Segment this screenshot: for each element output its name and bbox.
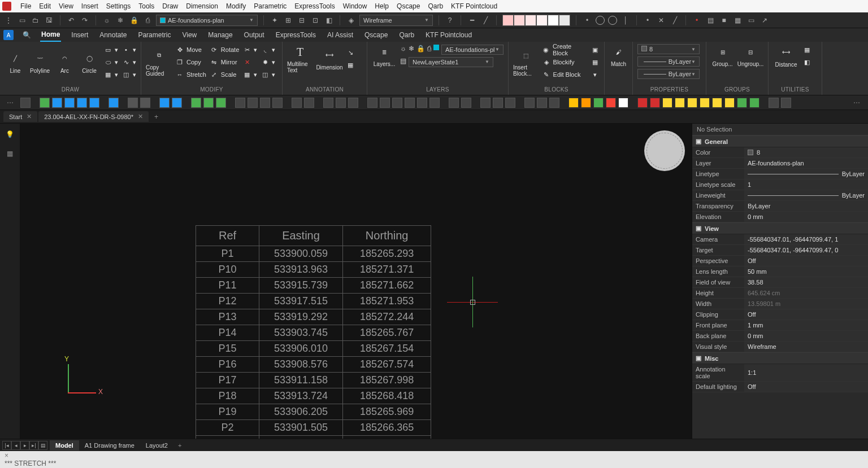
first-icon[interactable]: |◂: [2, 441, 11, 450]
layout-tab-model[interactable]: Model: [50, 440, 79, 450]
lock-icon[interactable]: 🔒: [416, 45, 425, 55]
region-button[interactable]: ◫▾: [121, 69, 136, 80]
tool-icon[interactable]: [449, 98, 459, 108]
property-value[interactable]: ByLayer: [744, 169, 868, 179]
property-row[interactable]: Visual styleWireframe: [692, 342, 868, 352]
bulb-icon[interactable]: 💡: [4, 128, 16, 141]
tool-icon[interactable]: [380, 98, 390, 108]
tool-icon[interactable]: [480, 98, 491, 108]
copy-button[interactable]: ❐Copy: [175, 56, 206, 68]
property-row[interactable]: Default lightingOff: [692, 382, 868, 392]
edit-block-button[interactable]: ✎Edit Block: [542, 69, 587, 80]
tool-icon[interactable]: [323, 98, 333, 108]
rotate-button[interactable]: ⟳Rotate: [210, 44, 239, 55]
property-value[interactable]: ByLayer: [744, 201, 868, 211]
app-icon[interactable]: A: [3, 30, 14, 40]
tool-icon[interactable]: [429, 98, 440, 108]
tool-icon[interactable]: [52, 98, 62, 108]
tool-icon[interactable]: [20, 98, 31, 108]
property-row[interactable]: Color8: [692, 147, 868, 158]
property-value[interactable]: 0 mm: [744, 331, 868, 341]
next-icon[interactable]: ▸: [20, 441, 29, 450]
circle-icon[interactable]: [608, 16, 617, 25]
linetype-dropdown[interactable]: ByLayer▼: [637, 69, 700, 79]
help-icon[interactable]: ?: [445, 15, 455, 25]
hatch-button[interactable]: ▦▾: [103, 69, 118, 80]
tool-icon[interactable]: [593, 98, 604, 108]
tool-icon[interactable]: [700, 98, 710, 108]
tool-icon[interactable]: ↗: [760, 15, 770, 25]
util-tool[interactable]: ▦: [802, 44, 811, 55]
tool-icon[interactable]: [64, 98, 75, 108]
save-icon[interactable]: 🖫: [44, 15, 54, 25]
tool-icon[interactable]: [675, 98, 685, 108]
point-icon[interactable]: •: [582, 15, 592, 25]
property-value[interactable]: 50 mm: [744, 266, 868, 277]
lock-icon[interactable]: 🔒: [129, 15, 139, 25]
property-value[interactable]: Off: [744, 382, 868, 392]
tool-icon[interactable]: [537, 98, 547, 108]
property-row[interactable]: Front plane1 mm: [692, 320, 868, 331]
tool-icon[interactable]: ◈: [346, 15, 356, 25]
tool-icon[interactable]: [687, 98, 697, 108]
mtext-button[interactable]: TMultiline Text: [287, 44, 313, 73]
property-row[interactable]: LayerAE-foundations-plan: [692, 158, 868, 169]
property-value[interactable]: 0 mm: [744, 212, 868, 222]
move-button[interactable]: ✥Move: [175, 44, 206, 55]
tool-icon[interactable]: [348, 98, 358, 108]
draw-circle-button[interactable]: ◯Circle: [79, 51, 100, 74]
property-value[interactable]: 38.58: [744, 277, 868, 287]
new-tab-button[interactable]: +: [150, 113, 163, 121]
file-tab[interactable]: 23.004-AEL-XX-FN-DR-S-0980* ✕: [38, 111, 149, 122]
file-tab[interactable]: Start ✕: [3, 111, 37, 122]
red-dot-icon[interactable]: •: [692, 15, 702, 25]
menu-item[interactable]: ExpressTools: [294, 2, 335, 10]
menu-item[interactable]: Settings: [106, 2, 131, 10]
menu-item[interactable]: Tools: [138, 2, 154, 10]
property-value[interactable]: -556840347.01, -96447099.47, 0: [744, 245, 868, 255]
distance-button[interactable]: ⟷Distance: [773, 45, 799, 68]
line-icon[interactable]: │: [620, 15, 631, 25]
ribbon-tab[interactable]: Annotate: [98, 29, 128, 41]
menu-item[interactable]: Parametric: [254, 2, 287, 10]
tool-icon[interactable]: [637, 98, 648, 108]
lineweight-dropdown[interactable]: ByLayer▼: [637, 56, 700, 67]
property-row[interactable]: Target-556840347.01, -96447099.47, 0: [692, 245, 868, 256]
tool-icon[interactable]: [77, 98, 87, 108]
table-button[interactable]: ▦: [346, 59, 355, 71]
menu-item[interactable]: Qarb: [428, 2, 443, 10]
ribbon-tab[interactable]: Output: [243, 29, 266, 41]
copy-guided-button[interactable]: ⧉Copy Guided: [146, 47, 172, 77]
tool-icon[interactable]: [292, 98, 302, 108]
ribbon-tab[interactable]: AI Assist: [326, 29, 354, 41]
menu-item[interactable]: View: [59, 2, 73, 10]
block-tool[interactable]: ▣: [591, 44, 600, 55]
tool-icon[interactable]: [417, 98, 427, 108]
property-row[interactable]: LinetypeByLayer: [692, 169, 868, 180]
draw-line-button[interactable]: ╱Line: [5, 51, 26, 74]
rect-button[interactable]: ▭▾: [103, 44, 118, 55]
search-icon[interactable]: 🔍: [23, 31, 31, 39]
block-tool[interactable]: ▦: [591, 56, 600, 68]
circle-icon[interactable]: [596, 16, 605, 25]
tool-icon[interactable]: [108, 98, 119, 108]
ribbon-tab[interactable]: Qscape: [363, 29, 389, 41]
draw-polyline-button[interactable]: 〰Polyline: [29, 51, 51, 74]
array-button[interactable]: ▦▾: [242, 69, 257, 80]
freeze-icon[interactable]: ❄: [409, 45, 414, 55]
close-icon[interactable]: ✕: [27, 113, 32, 120]
ribbon-tab[interactable]: Qarb: [398, 29, 415, 41]
tool-icon[interactable]: ⊞: [283, 15, 293, 25]
menu-item[interactable]: Modify: [226, 2, 246, 10]
tool-icon[interactable]: [172, 98, 182, 108]
draw-arc-button[interactable]: ◠Arc: [54, 51, 76, 74]
tool-icon[interactable]: [549, 98, 559, 108]
layout-tab[interactable]: A1 Drawing frame: [79, 440, 140, 450]
ribbon-tab[interactable]: KTF Pointcloud: [424, 29, 473, 41]
blockify-button[interactable]: ◈Blockify: [542, 56, 587, 68]
ribbon-tab[interactable]: Insert: [70, 29, 89, 41]
freeze-icon[interactable]: ❄: [115, 15, 125, 25]
tool-icon[interactable]: [505, 98, 515, 108]
explode-button[interactable]: ✸▾: [261, 56, 275, 68]
tool-icon[interactable]: [781, 98, 791, 108]
